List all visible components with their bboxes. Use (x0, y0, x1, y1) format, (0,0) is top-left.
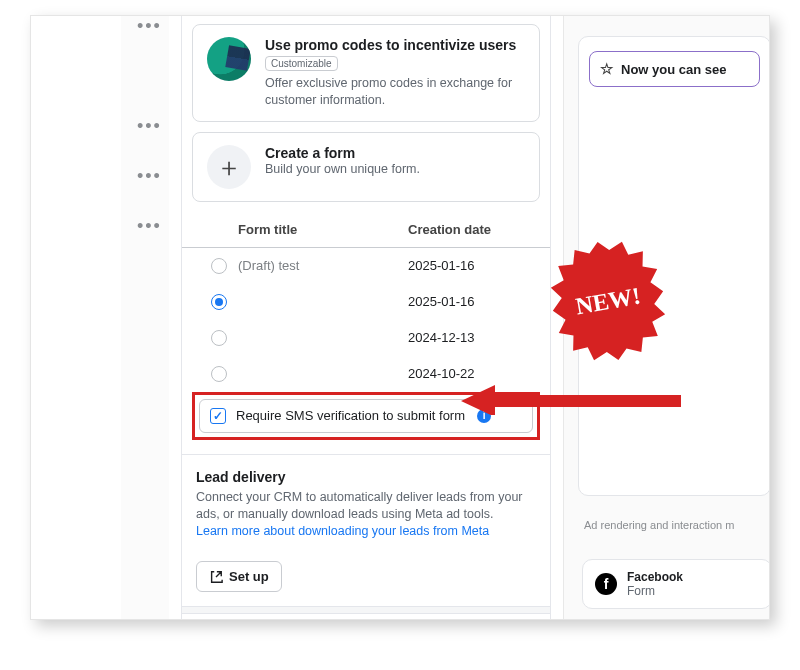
form-title-cell: (Draft) test (238, 258, 408, 273)
form-date-cell: 2024-12-13 (408, 330, 532, 345)
col-creation-date: Creation date (408, 222, 532, 237)
col-form-title: Form title (238, 222, 408, 237)
setup-label: Set up (229, 569, 269, 584)
radio[interactable] (211, 294, 227, 310)
export-icon (209, 570, 223, 584)
radio[interactable] (211, 366, 227, 382)
form-date-cell: 2025-01-16 (408, 258, 532, 273)
star-icon: ☆ (600, 60, 613, 78)
fb-sub: Form (627, 584, 683, 598)
callout-arrow (461, 385, 681, 415)
create-form-card[interactable]: ＋ Create a form Build your own unique fo… (192, 132, 540, 202)
table-row[interactable]: (Draft) test 2025-01-16 (182, 248, 550, 284)
form-date-cell: 2025-01-16 (408, 294, 532, 309)
setup-button[interactable]: Set up (196, 561, 282, 592)
plus-icon: ＋ (207, 145, 251, 189)
sms-label: Require SMS verification to submit form (236, 408, 465, 423)
table-row[interactable]: 2025-01-16 (182, 284, 550, 320)
create-form-desc: Build your own unique form. (265, 161, 420, 178)
facebook-icon: f (595, 573, 617, 595)
radio[interactable] (211, 258, 227, 274)
preview-footer-text: Ad rendering and interaction m (584, 519, 734, 531)
checkbox-checked-icon[interactable]: ✓ (210, 408, 226, 424)
forms-table-header: Form title Creation date (182, 212, 550, 248)
fb-name: Facebook (627, 570, 683, 584)
lead-delivery-heading: Lead delivery (196, 469, 536, 485)
more-icon[interactable]: ••• (137, 224, 155, 238)
promo-codes-card[interactable]: Use promo codes to incentivize users Cus… (192, 24, 540, 122)
section-divider (182, 606, 550, 614)
promo-icon (207, 37, 251, 81)
left-actions-strip: ••• ••• ••• ••• (121, 16, 169, 619)
lead-delivery-section: Lead delivery Connect your CRM to automa… (182, 454, 550, 552)
more-icon[interactable]: ••• (137, 124, 155, 138)
svg-rect-0 (491, 395, 681, 407)
create-form-title: Create a form (265, 145, 420, 161)
lead-delivery-link[interactable]: Learn more about downloading your leads … (196, 524, 489, 538)
customizable-badge: Customizable (265, 56, 338, 71)
form-date-cell: 2024-10-22 (408, 366, 532, 381)
new-badge: NEW! (538, 231, 677, 370)
more-icon[interactable]: ••• (137, 174, 155, 188)
radio[interactable] (211, 330, 227, 346)
main-panel: Use promo codes to incentivize users Cus… (181, 16, 551, 620)
facebook-form-card[interactable]: f Facebook Form (582, 559, 770, 609)
more-icon[interactable]: ••• (137, 24, 155, 38)
table-row[interactable]: 2024-12-13 (182, 320, 550, 356)
preview-pill-label: Now you can see (621, 62, 726, 77)
tracking-section: Tracking Track event datasets that conta… (182, 614, 550, 620)
promo-title: Use promo codes to incentivize users (265, 37, 525, 53)
preview-pill[interactable]: ☆ Now you can see (589, 51, 760, 87)
svg-marker-1 (461, 385, 495, 415)
promo-desc: Offer exclusive promo codes in exchange … (265, 75, 525, 109)
lead-delivery-desc: Connect your CRM to automatically delive… (196, 490, 523, 521)
